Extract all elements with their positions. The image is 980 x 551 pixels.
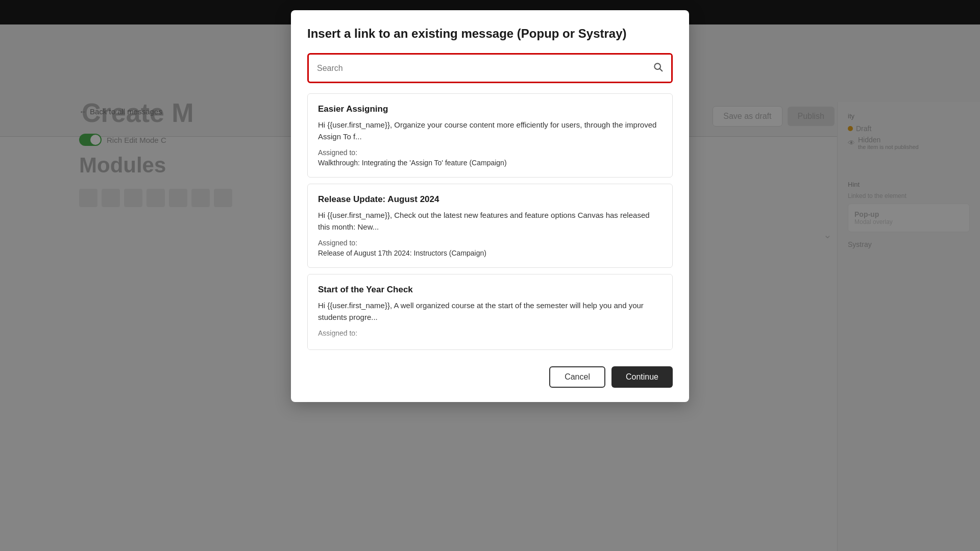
assigned-label: Assigned to: — [318, 329, 662, 337]
assigned-value: Release of August 17th 2024: Instructors… — [318, 249, 662, 257]
message-preview: Hi {{user.first_name}}, Organize your co… — [318, 119, 662, 142]
continue-button[interactable]: Continue — [611, 366, 673, 388]
message-preview: Hi {{user.first_name}}, Check out the la… — [318, 210, 662, 233]
message-title: Start of the Year Check — [318, 285, 662, 295]
message-preview: Hi {{user.first_name}}, A well organized… — [318, 300, 662, 323]
cancel-button[interactable]: Cancel — [549, 366, 605, 388]
svg-line-1 — [660, 69, 663, 71]
assigned-value: Walkthrough: Integrating the 'Assign To'… — [318, 159, 662, 167]
message-title: Easier Assigning — [318, 104, 662, 114]
message-item[interactable]: Release Update: August 2024 Hi {{user.fi… — [307, 184, 673, 268]
message-item[interactable]: Start of the Year Check Hi {{user.first_… — [307, 274, 673, 350]
search-input[interactable] — [309, 57, 645, 80]
assigned-label: Assigned to: — [318, 239, 662, 247]
search-container — [307, 53, 673, 83]
message-list: Easier Assigning Hi {{user.first_name}},… — [307, 93, 673, 350]
assigned-label: Assigned to: — [318, 148, 662, 157]
message-title: Release Update: August 2024 — [318, 194, 662, 205]
message-item[interactable]: Easier Assigning Hi {{user.first_name}},… — [307, 93, 673, 178]
modal-title: Insert a link to an existing message (Po… — [307, 27, 673, 41]
search-button[interactable] — [645, 55, 671, 82]
modal-footer: Cancel Continue — [307, 360, 673, 388]
modal-dialog: Insert a link to an existing message (Po… — [291, 10, 689, 402]
